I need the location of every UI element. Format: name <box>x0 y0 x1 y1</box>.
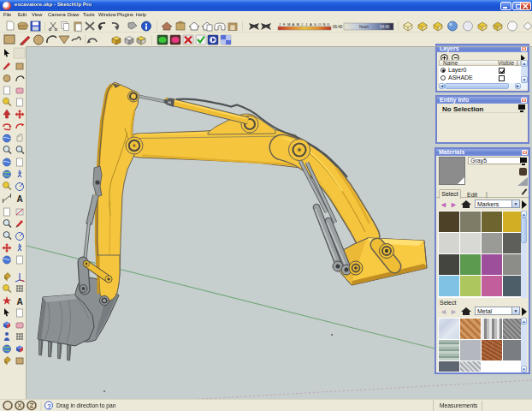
svg-text:F: F <box>283 22 286 27</box>
svg-text:O: O <box>318 22 322 27</box>
svg-text:Noon: Noon <box>359 25 369 29</box>
svg-text:S: S <box>314 22 316 27</box>
svg-text:J: J <box>279 22 281 27</box>
svg-text:D: D <box>328 22 330 27</box>
svg-text:04:40: 04:40 <box>380 25 390 29</box>
svg-text:06:40: 06:40 <box>333 25 343 29</box>
svg-text:J: J <box>305 22 307 27</box>
svg-text:A: A <box>293 22 295 27</box>
svg-text:M: M <box>287 22 291 27</box>
svg-text:?: ? <box>47 402 51 410</box>
svg-text:A: A <box>310 22 312 27</box>
svg-text:M: M <box>297 22 300 27</box>
svg-text:N: N <box>323 22 326 27</box>
svg-text:J: J <box>301 22 303 27</box>
